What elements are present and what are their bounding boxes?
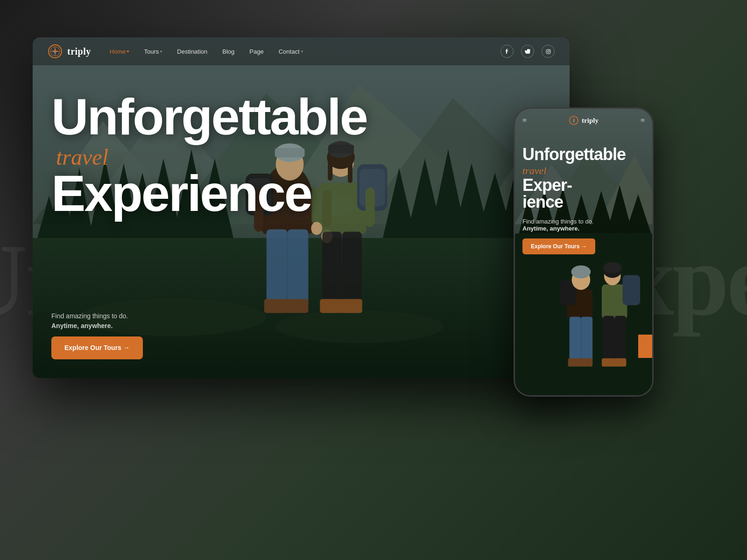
svg-rect-35 — [546, 49, 550, 54]
mobile-couple-image — [556, 252, 652, 395]
desktop-navbar: triply Home Tours ▾ Destination Blog — [33, 37, 570, 65]
mobile-subtitle-line1: Find amazing things to do. — [522, 218, 645, 225]
svg-rect-99 — [615, 316, 626, 363]
logo-text: triply — [67, 46, 91, 57]
svg-rect-91 — [568, 358, 581, 367]
svg-rect-65 — [340, 299, 362, 313]
svg-rect-47 — [288, 229, 309, 303]
svg-point-88 — [571, 266, 591, 279]
desktop-bottom-info: Find amazing things to do. Anytime, anyw… — [51, 311, 143, 359]
desktop-hero-text: Unforgettable travel Experience — [51, 93, 367, 216]
svg-rect-64 — [320, 299, 342, 313]
svg-rect-89 — [570, 317, 581, 363]
svg-rect-98 — [603, 316, 614, 363]
svg-rect-94 — [623, 275, 641, 305]
mobile-compass-icon — [569, 115, 579, 126]
svg-rect-48 — [264, 299, 288, 313]
mobile-subtitle: Find amazing things to do. Anytime, anyw… — [522, 218, 645, 232]
nav-destination[interactable]: Destination — [177, 48, 207, 55]
svg-rect-90 — [581, 317, 593, 363]
desktop-logo[interactable]: triply — [48, 44, 91, 59]
svg-rect-100 — [602, 358, 615, 367]
svg-rect-92 — [580, 358, 593, 367]
svg-point-37 — [549, 50, 550, 50]
mobile-more-icon[interactable]: ≡ — [641, 117, 645, 124]
twitter-icon[interactable] — [521, 45, 534, 58]
mobile-cta-button[interactable]: Explore Our Tours → — [522, 238, 595, 254]
nav-links: Home Tours ▾ Destination Blog Page Cont — [110, 48, 500, 55]
mobile-hero-line3: ience — [522, 194, 645, 210]
mobile-page-content: ≡ triply ≡ Unforgettable travel Exper- — [515, 109, 652, 395]
nav-active-dot — [127, 50, 129, 52]
social-icons — [500, 45, 555, 58]
mobile-hero-text: Unforgettable travel Exper- ience Find a… — [522, 146, 645, 254]
nav-tours[interactable]: Tours ▾ — [144, 48, 162, 55]
svg-point-34 — [54, 50, 56, 52]
desktop-page-content: triply Home Tours ▾ Destination Blog — [33, 37, 570, 378]
desktop-subtitle-line1: Find amazing things to do. — [51, 311, 143, 321]
desktop-cta-button[interactable]: Explore Our Tours → — [51, 336, 143, 359]
desktop-hero-line1: Unforgettable — [51, 93, 367, 140]
instagram-icon[interactable] — [542, 45, 555, 58]
svg-rect-101 — [613, 358, 627, 367]
compass-icon — [48, 44, 63, 59]
mobile-subtitle-line2: Anytime, anywhere. — [522, 225, 645, 232]
nav-home[interactable]: Home — [110, 48, 129, 55]
nav-contact[interactable]: Contact ▾ — [279, 48, 303, 55]
svg-point-36 — [547, 50, 549, 52]
hamburger-menu-icon[interactable]: ≡ — [522, 117, 527, 124]
mobile-navbar: ≡ triply ≡ — [515, 109, 652, 132]
desktop-subtitle-line2: Anytime, anywhere. — [51, 321, 143, 331]
svg-point-84 — [573, 120, 575, 121]
facebook-icon[interactable] — [500, 45, 514, 58]
svg-point-97 — [603, 262, 622, 273]
mobile-hero-line1: Unforgettable — [522, 146, 645, 163]
svg-rect-63 — [342, 231, 362, 303]
svg-rect-49 — [285, 299, 309, 313]
desktop-hero-line2: Experience — [51, 170, 367, 216]
nav-blog[interactable]: Blog — [222, 48, 234, 55]
nav-page[interactable]: Page — [249, 48, 263, 55]
desktop-browser-mockup: triply Home Tours ▾ Destination Blog — [33, 37, 570, 378]
mobile-hero-line2: Exper- — [522, 177, 645, 194]
mobile-logo-text: triply — [582, 117, 599, 125]
svg-rect-46 — [267, 229, 288, 303]
svg-rect-62 — [322, 231, 342, 303]
mobile-phone-mockup: ≡ triply ≡ Unforgettable travel Exper- — [514, 107, 654, 397]
mobile-decorative-orange-block — [638, 335, 654, 358]
svg-point-68 — [311, 222, 322, 235]
mobile-logo[interactable]: triply — [569, 115, 599, 126]
